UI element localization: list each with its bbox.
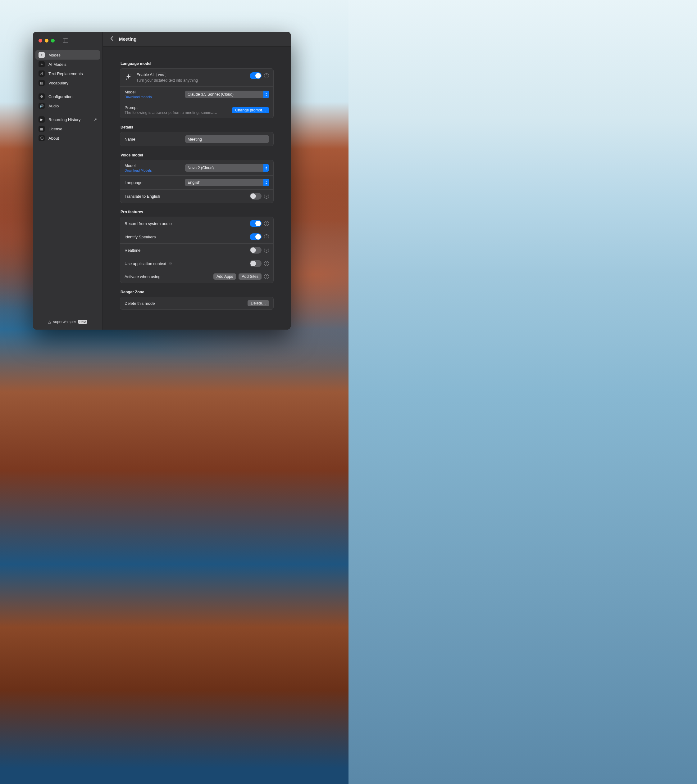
translate-row: Translate to English ? <box>120 189 273 203</box>
external-link-icon: ↗ <box>94 117 97 122</box>
activate-when-using-label: Activate when using <box>125 274 210 279</box>
language-value: English <box>188 180 200 184</box>
enable-ai-row: Enable AI PRO Turn your dictated text in… <box>120 69 273 86</box>
sidebar-item-label: Vocabulary <box>48 81 68 86</box>
minimize-window-button[interactable] <box>45 39 48 43</box>
back-button[interactable] <box>109 36 115 42</box>
record-system-audio-label: Record from system audio <box>125 221 246 226</box>
sidebar-item-label: Configuration <box>48 94 73 99</box>
close-window-button[interactable] <box>38 39 42 43</box>
window-controls <box>33 35 102 48</box>
realtime-toggle[interactable] <box>250 247 261 254</box>
help-icon[interactable]: ? <box>264 73 269 78</box>
record-system-audio-row: Record from system audio ? <box>120 217 273 230</box>
sidebar-item-recording-history[interactable]: ▶ Recording History ↗ <box>35 115 100 124</box>
vocabulary-icon: ▤ <box>38 80 45 86</box>
voice-model-value: Nova 2 (Cloud) <box>188 166 214 170</box>
pro-badge: PRO <box>78 320 87 324</box>
name-value: Meeting <box>188 137 202 142</box>
application-context-label: Use application context ⚛ <box>125 261 246 266</box>
section-title-voice-model: Voice model <box>121 153 274 157</box>
identify-speakers-label: Identify Speakers <box>125 235 246 239</box>
sidebar-item-label: About <box>48 136 59 141</box>
sidebar-item-ai-models[interactable]: ✧ AI Models <box>35 59 100 69</box>
fullscreen-window-button[interactable] <box>51 39 55 43</box>
main-panel: Meeting Language model Enable AI PRO Tur… <box>103 32 291 329</box>
select-stepper-icon: ▲▼ <box>263 91 269 98</box>
sidebar-item-license[interactable]: ▦ License <box>35 124 100 133</box>
enable-ai-label: Enable AI <box>136 72 154 77</box>
add-apps-button[interactable]: Add Apps <box>213 273 236 280</box>
realtime-row: Realtime ? <box>120 243 273 257</box>
help-icon[interactable]: ? <box>264 221 269 226</box>
delete-mode-row: Delete this mode Delete… <box>120 297 273 310</box>
delete-mode-label: Delete this mode <box>125 301 155 306</box>
pro-badge: PRO <box>156 72 166 77</box>
identify-speakers-row: Identify Speakers ? <box>120 230 273 243</box>
sidebar-toggle-icon[interactable] <box>63 38 68 43</box>
section-title-danger-zone: Danger Zone <box>121 290 274 294</box>
select-stepper-icon: ▲▼ <box>263 179 269 186</box>
language-model-card: Enable AI PRO Turn your dictated text in… <box>120 68 274 118</box>
sparkle-icon <box>125 73 133 81</box>
help-icon[interactable]: ? <box>264 274 269 279</box>
llm-model-select[interactable]: Claude 3.5 Sonnet (Cloud) ▲▼ <box>185 91 269 98</box>
chevron-left-icon <box>110 36 114 41</box>
name-row: Name Meeting <box>120 132 273 146</box>
prompt-row: Prompt The following is a transcript fro… <box>120 102 273 118</box>
change-prompt-button[interactable]: Change prompt… <box>232 107 269 113</box>
help-icon[interactable]: ? <box>264 194 269 199</box>
select-stepper-icon: ▲▼ <box>263 164 269 171</box>
audio-icon: 🔊 <box>38 103 45 109</box>
section-title-language-model: Language model <box>121 61 274 66</box>
application-context-toggle[interactable] <box>250 260 261 267</box>
section-title-pro-features: Pro features <box>121 210 274 214</box>
sidebar-footer: △ superwhisper PRO <box>33 315 102 329</box>
add-sites-button[interactable]: Add Sites <box>239 273 261 280</box>
language-select[interactable]: English ▲▼ <box>185 179 269 186</box>
license-icon: ▦ <box>38 126 45 132</box>
name-input[interactable]: Meeting <box>185 135 269 143</box>
sidebar-item-configuration[interactable]: ⚙ Configuration <box>35 92 100 101</box>
download-models-link[interactable]: Download models <box>125 95 165 99</box>
help-icon[interactable]: ? <box>264 261 269 266</box>
sidebar-item-label: Recording History <box>48 117 81 122</box>
llm-model-row: Model Download models Claude 3.5 Sonnet … <box>120 86 273 102</box>
application-context-row: Use application context ⚛ ? <box>120 257 273 270</box>
sidebar-item-audio[interactable]: 🔊 Audio <box>35 101 100 110</box>
help-icon[interactable]: ? <box>264 234 269 239</box>
voice-model-select[interactable]: Nova 2 (Cloud) ▲▼ <box>185 164 269 171</box>
download-voice-models-link[interactable]: Download Models <box>125 168 165 172</box>
translate-label: Translate to English <box>125 194 246 199</box>
sidebar-item-about[interactable]: ⓘ About <box>35 133 100 143</box>
text-replacements-icon: A| <box>38 71 45 77</box>
sidebar-item-label: Modes <box>48 53 61 58</box>
sidebar-item-text-replacements[interactable]: A| Text Replacements <box>35 69 100 78</box>
enable-ai-toggle[interactable] <box>250 72 261 79</box>
delete-button[interactable]: Delete… <box>248 300 269 306</box>
llm-model-value: Claude 3.5 Sonnet (Cloud) <box>188 92 234 97</box>
language-row: Language English ▲▼ <box>120 175 273 189</box>
sidebar-item-label: AI Models <box>48 62 66 67</box>
danger-zone-card: Delete this mode Delete… <box>120 297 274 310</box>
brand-logo-icon: △ <box>48 320 51 324</box>
translate-toggle[interactable] <box>250 193 261 199</box>
atom-icon: ⚛ <box>168 261 173 266</box>
sidebar-item-label: License <box>48 127 63 131</box>
help-icon[interactable]: ? <box>264 248 269 253</box>
voice-model-label: Model <box>125 163 165 168</box>
sidebar-item-label: Text Replacements <box>48 71 83 76</box>
record-system-audio-toggle[interactable] <box>250 220 261 227</box>
pro-features-card: Record from system audio ? Identify Spea… <box>120 217 274 283</box>
recording-history-icon: ▶ <box>38 116 45 123</box>
section-title-details: Details <box>121 125 274 129</box>
brand-name: superwhisper <box>53 320 76 324</box>
about-icon: ⓘ <box>38 135 45 141</box>
details-card: Name Meeting <box>120 132 274 146</box>
identify-speakers-toggle[interactable] <box>250 234 261 240</box>
app-window: ✦ Modes ✧ AI Models A| Text Replacements… <box>33 32 291 329</box>
voice-model-card: Model Download Models Nova 2 (Cloud) ▲▼ … <box>120 160 274 203</box>
page-title: Meeting <box>119 36 137 41</box>
sidebar-item-vocabulary[interactable]: ▤ Vocabulary <box>35 78 100 87</box>
sidebar-item-modes[interactable]: ✦ Modes <box>35 50 100 59</box>
